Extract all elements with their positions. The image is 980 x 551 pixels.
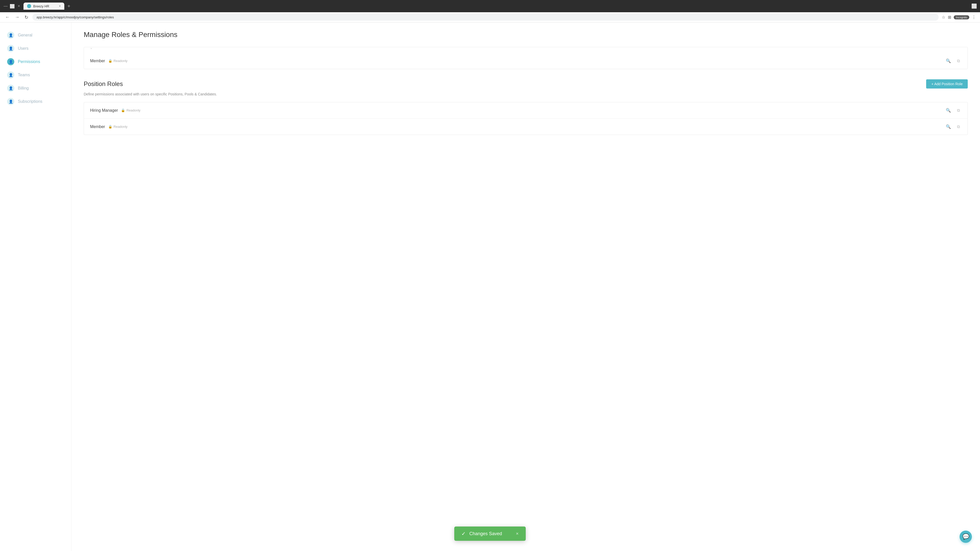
tab-title: Breezy HR xyxy=(33,4,49,8)
url-input[interactable] xyxy=(32,14,939,21)
position-roles-section: Position Roles + Add Position Role Defin… xyxy=(84,77,968,135)
minimize-button[interactable]: — xyxy=(3,3,8,9)
position-member-actions: 🔍 ⧉ xyxy=(944,123,961,130)
partial-role-card: ˅ Member 🔒 Readonly 🔍 ⧉ xyxy=(84,47,968,69)
page-title: Manage Roles & Permissions xyxy=(84,30,968,39)
sidebar-label-billing: Billing xyxy=(18,86,29,91)
position-member-copy-button[interactable]: ⧉ xyxy=(956,123,961,130)
partial-role-actions: 🔍 ⧉ xyxy=(944,57,961,64)
subscriptions-icon: 👤 xyxy=(7,98,14,105)
hiring-manager-copy-button[interactable]: ⧉ xyxy=(956,107,961,114)
chat-button[interactable]: 💬 xyxy=(959,530,972,543)
partial-search-button[interactable]: 🔍 xyxy=(944,57,953,64)
sidebar-item-users[interactable]: 👤 Users xyxy=(0,42,71,55)
hiring-manager-lock-icon: 🔒 xyxy=(121,108,125,112)
changes-saved-toast: ✓ Changes Saved × xyxy=(454,527,526,541)
section-description: Define permissions associated with users… xyxy=(84,92,968,97)
teams-icon: 👤 xyxy=(7,71,14,79)
billing-icon: 👤 xyxy=(7,85,14,92)
close-window-button[interactable]: × xyxy=(16,3,21,9)
browser-actions: ⬜ xyxy=(971,3,977,9)
browser-chrome: — ⬜ × Breezy HR × + ⬜ xyxy=(0,0,980,12)
sidebar-label-teams: Teams xyxy=(18,73,30,77)
tab-favicon xyxy=(27,4,31,8)
section-header: Position Roles + Add Position Role xyxy=(84,77,968,89)
bookmark-icon[interactable]: ☆ xyxy=(942,15,945,20)
hiring-manager-badge: 🔒 Readonly xyxy=(121,108,140,112)
refresh-button[interactable]: ↻ xyxy=(24,14,29,21)
partial-role-badge: 🔒 Readonly xyxy=(108,59,127,63)
position-member-search-button[interactable]: 🔍 xyxy=(944,123,953,130)
browser-window-controls: — ⬜ × xyxy=(3,3,21,9)
toast-check-icon: ✓ xyxy=(461,530,466,537)
hiring-manager-name: Hiring Manager xyxy=(90,108,118,113)
app-layout: 👤 General 👤 Users 👤 Permissions 👤 Teams … xyxy=(0,22,980,551)
back-button[interactable]: ← xyxy=(4,14,11,21)
address-bar-actions: ☆ ⊞ Incognito ⋮ xyxy=(942,15,976,20)
toast-message: Changes Saved xyxy=(469,531,502,537)
position-member-badge: 🔒 Readonly xyxy=(108,125,127,129)
sidebar-label-subscriptions: Subscriptions xyxy=(18,99,42,104)
position-member-name: Member xyxy=(90,124,105,129)
position-member-lock-icon: 🔒 xyxy=(108,125,112,129)
main-content: Manage Roles & Permissions ˅ Member 🔒 Re… xyxy=(72,22,980,551)
tab-bar: Breezy HR × + xyxy=(24,2,969,10)
active-tab[interactable]: Breezy HR × xyxy=(24,3,64,10)
hiring-manager-badge-label: Readonly xyxy=(126,108,140,112)
position-member-row: Member 🔒 Readonly 🔍 ⧉ xyxy=(84,119,967,135)
permissions-icon: 👤 xyxy=(7,58,14,65)
position-roles-card: Hiring Manager 🔒 Readonly 🔍 ⧉ Member 🔒 xyxy=(84,102,968,135)
hiring-manager-actions: 🔍 ⧉ xyxy=(944,107,961,114)
chat-icon: 💬 xyxy=(963,534,969,540)
address-bar: ← → ↻ ☆ ⊞ Incognito ⋮ xyxy=(0,12,980,22)
add-position-role-button[interactable]: + Add Position Role xyxy=(926,79,968,89)
section-title: Position Roles xyxy=(84,80,123,87)
lock-icon: 🔒 xyxy=(108,59,112,63)
hiring-manager-row: Hiring Manager 🔒 Readonly 🔍 ⧉ xyxy=(84,102,967,119)
sidebar-item-general[interactable]: 👤 General xyxy=(0,29,71,42)
window-toggle-button[interactable]: ⬜ xyxy=(971,3,977,9)
sidebar-label-users: Users xyxy=(18,46,29,51)
general-icon: 👤 xyxy=(7,32,14,39)
maximize-button[interactable]: ⬜ xyxy=(10,3,15,9)
new-tab-button[interactable]: + xyxy=(65,2,73,10)
sidebar-item-permissions[interactable]: 👤 Permissions xyxy=(0,55,71,68)
toast-close-button[interactable]: × xyxy=(516,531,519,537)
partial-copy-button[interactable]: ⧉ xyxy=(956,57,961,64)
users-icon: 👤 xyxy=(7,45,14,52)
position-member-badge-label: Readonly xyxy=(114,125,127,129)
extensions-icon[interactable]: ⊞ xyxy=(948,15,951,20)
sidebar-label-permissions: Permissions xyxy=(18,59,40,64)
tab-close-button[interactable]: × xyxy=(59,4,61,8)
browser-menu-icon[interactable]: ⋮ xyxy=(972,15,976,20)
sidebar: 👤 General 👤 Users 👤 Permissions 👤 Teams … xyxy=(0,22,72,551)
sidebar-item-subscriptions[interactable]: 👤 Subscriptions xyxy=(0,95,71,108)
hiring-manager-search-button[interactable]: 🔍 xyxy=(944,107,953,114)
partial-chevron-icon: ˅ xyxy=(84,43,99,57)
partial-role-name: Member xyxy=(90,59,105,63)
partial-badge-label: Readonly xyxy=(114,59,127,63)
sidebar-label-general: General xyxy=(18,33,32,38)
sidebar-item-teams[interactable]: 👤 Teams xyxy=(0,68,71,82)
sidebar-item-billing[interactable]: 👤 Billing xyxy=(0,82,71,95)
forward-button[interactable]: → xyxy=(14,14,21,21)
toast-overlay: ✓ Changes Saved × xyxy=(454,527,526,541)
partial-member-row: Member 🔒 Readonly 🔍 ⧉ xyxy=(84,53,967,69)
incognito-badge: Incognito xyxy=(954,15,969,19)
